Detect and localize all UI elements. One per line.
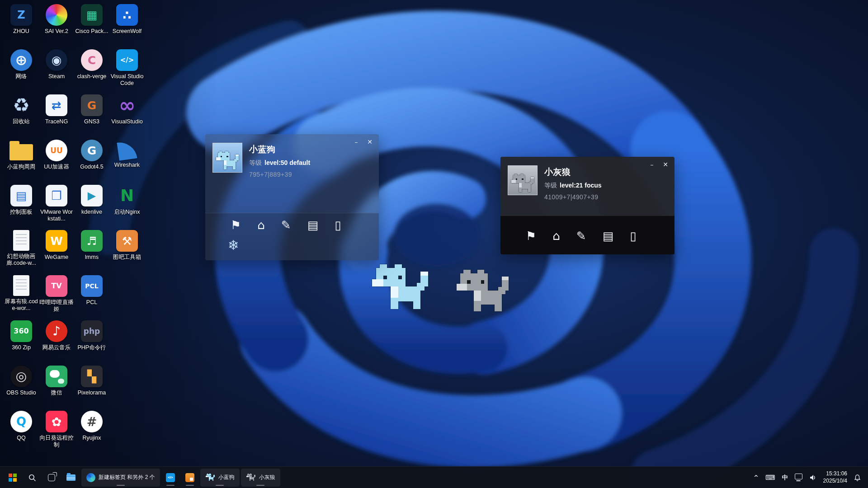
phone-icon[interactable]: ▯ (630, 230, 636, 242)
desktop-icon[interactable]: Q QQ (4, 408, 39, 454)
home-icon[interactable]: ⌂ (257, 219, 265, 231)
desktop-pet-dog[interactable] (368, 264, 432, 313)
desktop-icon[interactable]: 屏幕有狼.code-wor... (4, 273, 39, 318)
desktop-icon[interactable]: ⚒ 图吧工具箱 (109, 228, 145, 273)
desktop-icon[interactable]: Wireshark (109, 137, 145, 183)
desktop-icon[interactable]: </> Visual Studio Code (109, 47, 145, 92)
desktop-icon[interactable]: 小蓝狗周周 (4, 137, 39, 183)
desktop-icon[interactable]: ♪ 网易云音乐 (39, 318, 74, 363)
desktop-icon-glyph: ⇄ (52, 99, 61, 111)
desktop-icon-image: ⚒ (116, 230, 138, 252)
close-button[interactable]: ✕ (660, 160, 671, 169)
desktop-icon[interactable]: ∞ VisualStudio (109, 92, 145, 137)
close-button[interactable]: ✕ (364, 137, 375, 147)
pet-widget-wolf[interactable]: – ✕ 小灰狼 等级level:21 focus 41009+7|4907+39… (500, 157, 675, 254)
desktop-icon[interactable]: php PHP命令行 (74, 318, 109, 363)
desktop-icon[interactable]: ❒ VMware Workstati... (39, 183, 74, 228)
desktop-icon[interactable]: 幻想动物画廊.code-w... (4, 228, 39, 273)
desktop-icon[interactable]: ∴ ScreenWolf (109, 2, 145, 47)
pet-title: 小蓝狗 (249, 144, 310, 155)
pet-action-glyph: ✎ (576, 229, 586, 243)
hidden-icons-chevron[interactable]: ^ (754, 474, 759, 481)
level-value: level:21 focus (560, 182, 602, 189)
desktop-icon-glyph: ✿ (52, 416, 62, 428)
desktop-icon-image: ◉ (46, 49, 67, 71)
flag-icon[interactable]: ⚑ (526, 230, 536, 242)
desktop-icon-glyph: C (88, 55, 96, 66)
desktop-icon[interactable]: ▶ kdenlive (74, 183, 109, 228)
desktop-icon-glyph: ⚒ (122, 235, 132, 247)
desktop-icon[interactable]: UU UU加速器 (39, 137, 74, 183)
edge-window-button[interactable]: 新建标签页 和另外 2 个 (81, 469, 160, 487)
taskbar: 新建标签页 和另外 2 个 </> 小蓝狗 小灰狼 ^ ⌨ 中 (0, 466, 868, 488)
desktop-icon[interactable]: 360 360 Zip (4, 318, 39, 363)
desktop-icon[interactable]: ▤ 控制面板 (4, 183, 39, 228)
brush-icon[interactable]: ✎ (281, 219, 291, 231)
file-explorer-button[interactable] (62, 469, 80, 487)
orange-app-icon (185, 473, 194, 482)
pet-widget-dog[interactable]: – ✕ 小蓝狗 等级level:50 default 795+7|889+39 … (205, 134, 379, 260)
desktop-icon[interactable]: SAI Ver.2 (39, 2, 74, 47)
snowflake-icon[interactable]: ❄ (228, 239, 239, 252)
network-button[interactable] (795, 474, 802, 481)
touch-keyboard-icon[interactable]: ⌨ (765, 474, 775, 482)
desktop-icon-image: ▶ (81, 185, 103, 206)
start-button[interactable] (4, 469, 22, 487)
desktop-icon[interactable]: ▦ Cisco Pack... (74, 2, 109, 47)
vscode-button[interactable]: </> (161, 469, 179, 487)
book-icon[interactable]: ▤ (307, 219, 319, 231)
desktop-icon[interactable]: ◎ OBS Studio (4, 363, 39, 408)
desktop-icon-label: SAI Ver.2 (45, 28, 68, 35)
desktop-icon-glyph: 360 (14, 328, 28, 335)
desktop-icon[interactable]: Z ZHOU (4, 2, 39, 47)
pet-wolf-window-button[interactable]: 小灰狼 (241, 469, 280, 487)
phone-icon[interactable]: ▯ (335, 219, 341, 231)
volume-button[interactable] (809, 474, 816, 481)
desktop-icon[interactable]: ◉ Steam (39, 47, 74, 92)
desktop-icon[interactable]: W WeGame (39, 228, 74, 273)
home-icon[interactable]: ⌂ (552, 230, 560, 242)
notification-button[interactable] (854, 474, 861, 481)
pixel-dog-sprite (215, 151, 240, 171)
pet-action-bar: ⚑ ⌂ ✎ ▤ ▯ (500, 216, 675, 254)
desktop-icon-label: ZHOU (13, 28, 29, 35)
desktop-icon-glyph: ▤ (16, 190, 27, 202)
pet-action-glyph: ▯ (630, 229, 636, 243)
pixel-wolf-sprite (453, 270, 512, 315)
desktop-icon[interactable]: ⊕ 网络 (4, 47, 39, 92)
desktop-icon[interactable]: ✿ 向日葵远程控制 (39, 408, 74, 454)
ime-indicator[interactable]: 中 (782, 474, 788, 482)
pet-dog-window-button[interactable]: 小蓝狗 (200, 469, 240, 487)
pet-title: 小灰狼 (544, 166, 602, 178)
desktop-icon-glyph: W (50, 235, 63, 247)
orange-app-button[interactable] (181, 469, 199, 487)
task-view-button[interactable] (42, 469, 61, 487)
desktop-icon[interactable]: ▚ Pixelorama (74, 363, 109, 408)
desktop-icon-label: VMware Workstati... (39, 209, 74, 222)
minimize-button[interactable]: – (646, 160, 657, 169)
desktop-icon[interactable]: N 启动Nginx (109, 183, 145, 228)
brush-icon[interactable]: ✎ (576, 230, 586, 242)
desktop-icon[interactable]: ♻ 回收站 (4, 92, 39, 137)
desktop-icon[interactable]: ♬ lmms (74, 228, 109, 273)
desktop-icon-label: 屏幕有狼.code-wor... (4, 298, 38, 312)
desktop-icon[interactable]: TV 哔哩哔哩直播姬 (39, 273, 74, 318)
desktop-icon[interactable]: G GNS3 (74, 92, 109, 137)
desktop-icon[interactable]: 微信 (39, 363, 74, 408)
book-icon[interactable]: ▤ (603, 230, 614, 242)
minimize-button[interactable]: – (351, 137, 362, 147)
desktop-pet-wolf[interactable] (453, 270, 512, 315)
desktop-icon[interactable]: G Godot4.5 (74, 137, 109, 183)
clock[interactable]: 15:31:06 2025/10/4 (823, 470, 847, 484)
edge-window-title: 新建标签页 和另外 2 个 (99, 474, 155, 481)
desktop-icon[interactable]: ⇄ TraceNG (39, 92, 74, 137)
desktop-icon-glyph: ▦ (86, 9, 98, 21)
desktop-icon-label: Cisco Pack... (75, 28, 108, 35)
flag-icon[interactable]: ⚑ (231, 219, 241, 231)
desktop-icon-image: UU (46, 140, 67, 161)
desktop-icon[interactable]: PCL PCL (74, 273, 109, 318)
desktop-icon[interactable]: C clash-verge (74, 47, 109, 92)
search-button[interactable] (23, 469, 41, 487)
desktop-icon[interactable]: # Ryujinx (74, 408, 109, 454)
wolf-avatar (508, 165, 538, 195)
